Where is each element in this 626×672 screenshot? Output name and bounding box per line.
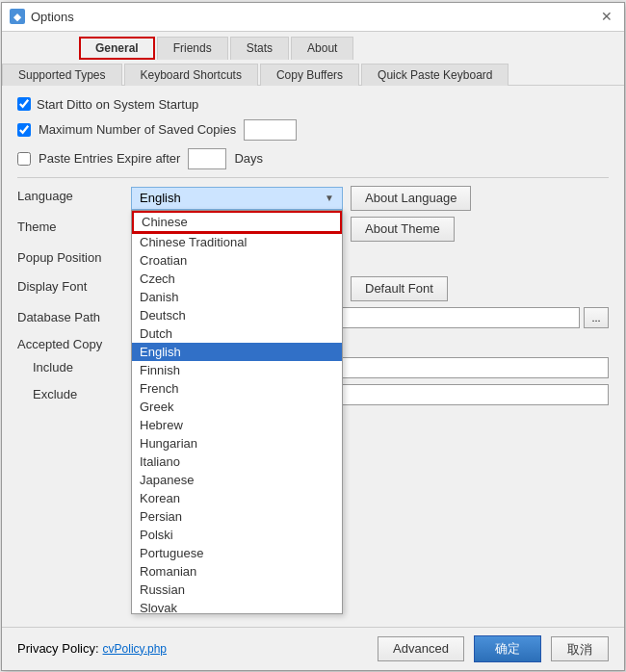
cancel-button[interactable]: 取消 xyxy=(551,636,609,661)
ok-button[interactable]: 确定 xyxy=(474,635,541,662)
popup-label: Popup Position xyxy=(17,247,123,265)
tab-quick-paste[interactable]: Quick Paste Keyboard xyxy=(361,64,509,86)
dropdown-item-korean[interactable]: Korean xyxy=(132,489,342,507)
privacy-link[interactable]: cvPolicy.php xyxy=(103,642,167,656)
dropdown-item-chinese[interactable]: Chinese xyxy=(132,211,342,233)
about-theme-button[interactable]: About Theme xyxy=(351,217,455,242)
options-window: ◆ Options ✕ GeneralFriendsStatsAbout Sup… xyxy=(1,2,625,671)
tab-copy-buffers[interactable]: Copy Buffers xyxy=(260,64,359,86)
app-icon: ◆ xyxy=(10,9,25,24)
tab-about[interactable]: About xyxy=(291,37,353,60)
startup-row: Start Ditto on System Startup xyxy=(17,97,609,112)
language-row: Language English ▼ ChineseChinese Tradit… xyxy=(17,186,609,211)
tab-friends[interactable]: Friends xyxy=(157,37,228,60)
title-bar-left: ◆ Options xyxy=(10,9,74,24)
dropdown-item-greek[interactable]: Greek xyxy=(132,398,342,416)
language-dropdown-list: ChineseChinese TraditionalCroatianCzechD… xyxy=(131,210,343,614)
paste-expire-input[interactable]: 5 xyxy=(188,148,226,169)
dropdown-item-persian[interactable]: Persian xyxy=(132,507,342,526)
dropdown-item-italiano[interactable]: Italiano xyxy=(132,452,342,471)
paste-expire-row: Paste Entries Expire after 5 Days xyxy=(17,148,609,169)
bottom-bar: Privacy Policy: cvPolicy.php Advanced 确定… xyxy=(2,627,624,670)
include-label: Include xyxy=(17,357,123,375)
tab-supported-types[interactable]: Supported Types xyxy=(2,64,122,86)
content-area: Start Ditto on System Startup Maximum Nu… xyxy=(2,86,624,627)
exclude-label: Exclude xyxy=(17,384,123,401)
dropdown-item-slovak[interactable]: Slovak xyxy=(132,599,342,614)
about-language-button[interactable]: About Language xyxy=(351,186,471,211)
dropdown-item-japanese[interactable]: Japanese xyxy=(132,471,342,489)
theme-label: Theme xyxy=(17,217,123,234)
paste-expire-checkbox[interactable] xyxy=(17,152,31,166)
advanced-button[interactable]: Advanced xyxy=(378,636,464,661)
chevron-down-icon: ▼ xyxy=(325,193,334,203)
max-copies-input[interactable]: 500 xyxy=(244,119,297,141)
language-control: English ▼ ChineseChinese TraditionalCroa… xyxy=(131,186,609,211)
dropdown-item-portuguese[interactable]: Portuguese xyxy=(132,544,342,562)
max-copies-checkbox[interactable] xyxy=(17,123,31,137)
tab-general[interactable]: General xyxy=(79,37,155,60)
bottom-right: Advanced 确定 取消 xyxy=(378,635,609,662)
tab-row-top: GeneralFriendsStatsAbout xyxy=(2,32,624,59)
dropdown-item-romanian[interactable]: Romanian xyxy=(132,562,342,581)
dropdown-item-danish[interactable]: Danish xyxy=(132,288,342,306)
tab-keyboard-shortcuts[interactable]: Keyboard Shortcuts xyxy=(124,64,258,86)
dropdown-item-croatian[interactable]: Croatian xyxy=(132,251,342,270)
dropdown-item-dutch[interactable]: Dutch xyxy=(132,324,342,343)
max-copies-row: Maximum Number of Saved Copies 500 xyxy=(17,119,609,141)
dropdown-item-hebrew[interactable]: Hebrew xyxy=(132,416,342,434)
tab-stats[interactable]: Stats xyxy=(230,37,289,60)
privacy-section: Privacy Policy: cvPolicy.php xyxy=(17,641,167,656)
language-label: Language xyxy=(17,186,123,203)
language-dropdown[interactable]: English ▼ xyxy=(131,187,343,210)
dropdown-item-english[interactable]: English xyxy=(132,343,342,361)
language-dropdown-wrapper: English ▼ ChineseChinese TraditionalCroa… xyxy=(131,187,343,210)
dropdown-item-russian[interactable]: Russian xyxy=(132,581,342,599)
max-copies-label: Maximum Number of Saved Copies xyxy=(39,122,236,137)
dropdown-item-chinese-traditional[interactable]: Chinese Traditional xyxy=(132,233,342,251)
startup-checkbox[interactable] xyxy=(17,97,31,111)
dropdown-item-finnish[interactable]: Finnish xyxy=(132,361,342,379)
database-path-label: Database Path xyxy=(17,307,123,324)
browse-button[interactable]: ... xyxy=(584,307,609,328)
dropdown-item-french[interactable]: French xyxy=(132,379,342,398)
days-label: Days xyxy=(234,151,263,166)
paste-expire-label: Paste Entries Expire after xyxy=(39,151,180,166)
separator-1 xyxy=(17,177,609,178)
title-bar: ◆ Options ✕ xyxy=(2,3,624,32)
dropdown-item-polski[interactable]: Polski xyxy=(132,526,342,544)
tab-bar: GeneralFriendsStatsAbout Supported Types… xyxy=(2,32,624,86)
display-font-label: Display Font xyxy=(17,276,123,294)
dropdown-item-hungarian[interactable]: Hungarian xyxy=(132,434,342,452)
privacy-label: Privacy Policy: xyxy=(17,641,99,656)
default-font-button[interactable]: Default Font xyxy=(351,276,448,301)
dropdown-item-czech[interactable]: Czech xyxy=(132,270,342,288)
dropdown-item-deutsch[interactable]: Deutsch xyxy=(132,306,342,324)
close-button[interactable]: ✕ xyxy=(597,7,616,26)
startup-label: Start Ditto on System Startup xyxy=(37,97,198,112)
accepted-copy-label: Accepted Copy xyxy=(17,334,123,351)
window-title: Options xyxy=(31,10,74,24)
tab-row-bottom: Supported TypesKeyboard ShortcutsCopy Bu… xyxy=(2,59,624,85)
dropdown-selected-value: English xyxy=(140,191,181,205)
